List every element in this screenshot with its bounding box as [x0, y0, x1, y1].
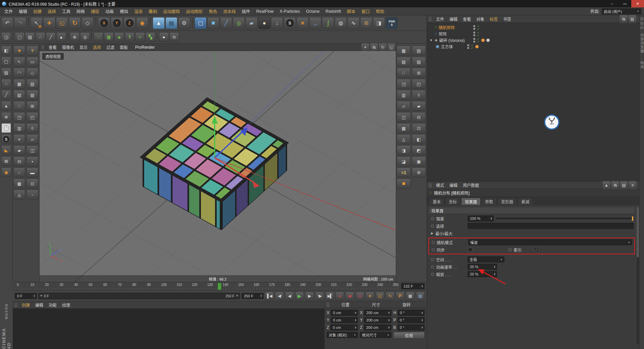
- tag-icon[interactable]: [481, 39, 485, 42]
- go-to-end-button[interactable]: ▶▌: [325, 292, 334, 300]
- apply-button[interactable]: 应用: [393, 332, 425, 339]
- polygons-mode-icon[interactable]: ▲: [1, 101, 11, 111]
- enable-checks[interactable]: ✓✓: [477, 31, 480, 37]
- palette-icon[interactable]: ▦: [397, 46, 411, 56]
- particle-emitter-icon[interactable]: ×: [297, 17, 309, 29]
- palette-icon[interactable]: ◫: [397, 112, 411, 122]
- palette-icon[interactable]: ▥: [13, 123, 25, 133]
- menu-item[interactable]: 文件: [1, 8, 16, 14]
- palette-icon[interactable]: ◪: [397, 156, 411, 166]
- dock-tab[interactable]: 内容浏览器: [639, 33, 644, 53]
- panel-grip-icon[interactable]: [41, 45, 44, 49]
- search-icon[interactable]: [611, 181, 620, 190]
- redo-icon[interactable]: ↷: [14, 17, 26, 29]
- simulation-icon[interactable]: ◍: [335, 17, 347, 29]
- orange-cube-icon[interactable]: ■: [397, 179, 411, 189]
- visibility-dots[interactable]: [473, 38, 475, 43]
- record-keyframe-button[interactable]: ●: [335, 292, 344, 300]
- visibility-dots[interactable]: [473, 32, 475, 36]
- menu-item[interactable]: 编辑: [16, 8, 30, 14]
- matrix-icon[interactable]: ▦: [104, 32, 114, 42]
- live-selection-icon[interactable]: ↖: [31, 17, 43, 29]
- menu-item[interactable]: 工具: [59, 8, 73, 14]
- texture-mode-icon[interactable]: ▨: [25, 32, 35, 42]
- floor-icon[interactable]: ↓: [271, 17, 283, 29]
- panel-grip-icon[interactable]: [14, 303, 17, 307]
- coordinate-mode-dropdown[interactable]: 对象 (相对)▼: [327, 332, 358, 338]
- animation-speed-field[interactable]: 20 %▲▼: [468, 264, 497, 270]
- animation-dot-icon[interactable]: [431, 258, 434, 261]
- xpresso-icon[interactable]: ⊞: [360, 17, 372, 29]
- fractured-cube-object[interactable]: [40, 51, 396, 282]
- model-mode-icon[interactable]: ▢: [1, 57, 11, 66]
- model-mode-icon[interactable]: ▢: [15, 32, 24, 42]
- material-menu-item[interactable]: 功能: [46, 302, 59, 308]
- viewport-solo-icon[interactable]: ◎: [80, 32, 90, 42]
- dock-icon[interactable]: [640, 17, 643, 20]
- palette-icon[interactable]: ◳: [13, 112, 25, 122]
- attribute-tab[interactable]: 基本: [429, 198, 444, 205]
- palette-icon[interactable]: ▫: [26, 190, 38, 200]
- keyframe-selection-button[interactable]: ◎: [356, 292, 364, 300]
- panel-grip-icon[interactable]: [326, 302, 329, 307]
- cube-primitive-icon[interactable]: ■: [207, 17, 219, 29]
- make-editable-icon[interactable]: ◲: [1, 32, 11, 42]
- interface-dropdown[interactable]: 启动 (用户)▼: [602, 8, 641, 14]
- viewport-3d-canvas[interactable]: Y Z X 透视视图 帧速 : 68.2 网格间距 : 100 cm: [40, 51, 396, 282]
- scale-field[interactable]: 20 %▲▼: [468, 271, 497, 277]
- scale-tool-icon[interactable]: ◱: [56, 17, 68, 29]
- menu-item[interactable]: 插件: [239, 8, 253, 14]
- panel-grip-icon[interactable]: [429, 183, 432, 187]
- toggle-view-icon[interactable]: ◱: [387, 43, 396, 52]
- render-picture-viewer-icon[interactable]: ▤: [165, 17, 177, 29]
- attribute-menu-item[interactable]: 编辑: [447, 182, 460, 188]
- record-rotation-toggle[interactable]: ↻: [386, 292, 394, 300]
- cloner-icon[interactable]: ∷: [94, 32, 103, 42]
- menu-item[interactable]: 创建: [30, 8, 45, 14]
- random-mode-dropdown[interactable]: 噪波▼: [468, 239, 632, 245]
- palette-icon[interactable]: ▩: [397, 123, 411, 133]
- record-scale-toggle[interactable]: ◱: [376, 292, 384, 300]
- stepper-icon[interactable]: ▲▼: [420, 285, 423, 288]
- attribute-tab[interactable]: 衰减: [518, 198, 533, 205]
- palette-icon[interactable]: ▩: [13, 179, 25, 189]
- filter-icon[interactable]: ▤: [628, 15, 637, 23]
- menu-item[interactable]: 动画: [102, 8, 117, 14]
- palette-icon[interactable]: ▰: [412, 101, 426, 111]
- size-mode-dropdown[interactable]: 绝对尺寸▼: [360, 332, 391, 338]
- points-mode-icon[interactable]: ∴: [36, 32, 45, 42]
- fx-icon[interactable]: fx: [169, 32, 179, 42]
- lock-workplane-icon[interactable]: ⊠: [1, 156, 11, 166]
- palette-icon[interactable]: ▧: [13, 90, 25, 100]
- object-manager-menu-item[interactable]: 编辑: [447, 16, 460, 22]
- coordinate-system-icon[interactable]: ◉: [136, 17, 148, 29]
- range-start-field[interactable]: 0 F▲▼: [15, 293, 37, 299]
- palette-icon[interactable]: ⊡: [412, 123, 426, 133]
- palette-icon[interactable]: ▤: [412, 46, 426, 56]
- axis-mode-icon[interactable]: ⊕: [1, 112, 11, 122]
- palette-icon[interactable]: ◨: [397, 145, 411, 155]
- rotation-h-field[interactable]: 0 °▲▼: [397, 310, 425, 316]
- palette-icon[interactable]: ◰: [26, 112, 38, 122]
- zoom-view-icon[interactable]: [370, 43, 378, 52]
- render-settings-icon[interactable]: ⚙: [178, 17, 190, 29]
- next-frame-button[interactable]: ▶: [305, 292, 314, 300]
- timeline-window-button[interactable]: ▤: [416, 292, 425, 300]
- mograph-icon[interactable]: ∫: [322, 17, 334, 29]
- convert-object-icon[interactable]: ◧: [1, 46, 11, 55]
- expander-icon[interactable]: ▶: [431, 232, 433, 235]
- object-manager-menu-item[interactable]: 对象: [474, 16, 487, 22]
- deformer-icon[interactable]: ◡: [309, 17, 321, 29]
- viewport-menu-item[interactable]: 面板: [117, 44, 130, 50]
- move-tool-icon[interactable]: +: [43, 17, 55, 29]
- y-axis-lock-icon[interactable]: Y: [111, 17, 123, 29]
- light-icon[interactable]: ●: [258, 17, 270, 29]
- dock-icon[interactable]: [640, 26, 643, 29]
- index-checkbox[interactable]: ✓: [534, 248, 538, 252]
- menu-item[interactable]: RealFlow: [253, 9, 277, 14]
- menu-item[interactable]: X-Particles: [277, 9, 303, 14]
- enable-checks[interactable]: ✓✓: [471, 44, 474, 49]
- palette-icon[interactable]: ≡: [13, 134, 25, 144]
- palette-icon[interactable]: ▦: [13, 79, 25, 89]
- animation-dot-icon[interactable]: [431, 225, 434, 228]
